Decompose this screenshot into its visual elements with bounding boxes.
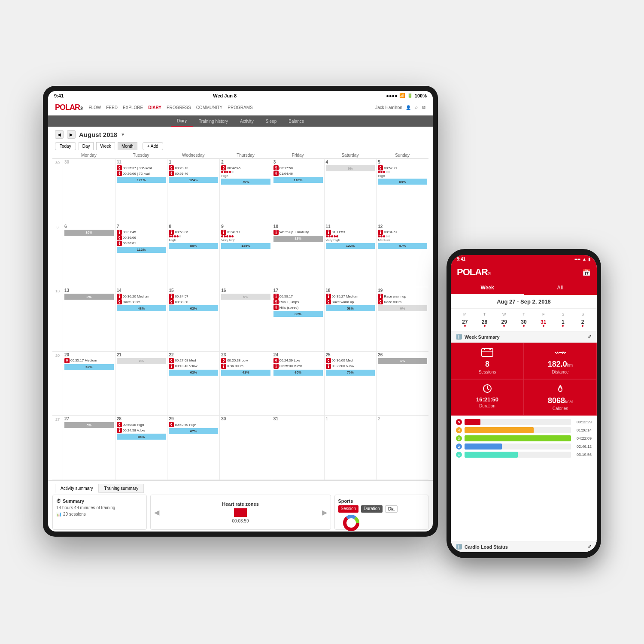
phone-tab-all[interactable]: All	[524, 281, 597, 295]
cal-day-31b[interactable]: 31	[272, 416, 324, 480]
cal-day-15[interactable]: 15 00:34:57 00:30:30 62%	[167, 287, 219, 351]
cal-day-21[interactable]: 21 0%	[115, 352, 167, 416]
calendar-week-1: 30 30 31 00:25:37 | 305 kcal	[52, 159, 428, 223]
svg-point-20	[275, 295, 276, 296]
bar-chart-icon: 📊	[56, 512, 61, 516]
day-dot	[503, 325, 505, 327]
cal-day-17[interactable]: 17 00:59:17 Run + jumps Hi	[272, 287, 324, 351]
cal-day-6[interactable]: 6 10%	[63, 223, 115, 287]
mini-day-1[interactable]: 1	[553, 317, 573, 328]
session-tab[interactable]: Session	[338, 505, 359, 513]
mini-day-2[interactable]: 2	[573, 317, 592, 328]
intensity-dots	[169, 235, 218, 237]
cal-day-11[interactable]: 11 01:11:53 Very high 122%	[324, 223, 377, 287]
cal-day-10[interactable]: 10 Warm up + mobility 13%	[272, 223, 324, 287]
distance-tab[interactable]: Dia	[385, 505, 398, 513]
nav-feed[interactable]: FEED	[106, 105, 118, 110]
cal-day-7[interactable]: 7 00:31:45 00:36:06 00:30:	[115, 223, 167, 287]
activity-summary-tab[interactable]: Activity summary	[55, 484, 99, 493]
mini-day-30[interactable]: 30	[514, 317, 534, 328]
activity-entry: 00:50:38 High	[117, 422, 166, 427]
cal-day-9[interactable]: 9 01:41:11 Very high 135%	[219, 223, 272, 287]
mini-day-31[interactable]: 31	[534, 317, 553, 328]
cal-day-26[interactable]: 26 1%	[376, 352, 428, 416]
calendar-week-2: 6 6 10% 7 00:31:45	[52, 223, 428, 288]
hr-next-button[interactable]: ▶	[322, 508, 327, 516]
prev-month-button[interactable]: ◀	[55, 130, 64, 139]
add-button[interactable]: + Add	[143, 142, 163, 150]
cal-day-25[interactable]: 25 00:30:00 Med 00:22:06 V.low 70%	[324, 352, 377, 416]
svg-point-15	[380, 230, 381, 231]
runner-icon	[169, 364, 174, 369]
cal-day-30b[interactable]: 30	[219, 416, 272, 480]
subnav-training-history[interactable]: Training history	[193, 115, 234, 127]
cal-day-aug2[interactable]: 2 00:42:45 High 70%	[219, 159, 272, 223]
cal-day-aug1[interactable]: 1 00:28:13 00:59:46 124%	[167, 159, 219, 223]
calendar-body: 30 30 31 00:25:37 | 305 kcal	[52, 159, 428, 480]
cal-day-aug3[interactable]: 3 00:17:50 01:04:46 118%	[272, 159, 324, 223]
cal-day-23[interactable]: 23 00:25:38 Low Kisa 800m 41%	[219, 352, 272, 416]
view-month-button[interactable]: Month	[118, 142, 137, 150]
phone-signal-icon: ▪▪▪▪	[574, 257, 580, 261]
mini-day-29[interactable]: 29	[494, 317, 514, 328]
expand-icon[interactable]: ⤢	[588, 334, 592, 340]
calendar-add-icon[interactable]: 📅	[582, 268, 591, 276]
cal-day-13[interactable]: 13 8%	[63, 287, 115, 351]
duration-tab[interactable]: Duration	[361, 505, 383, 513]
nav-diary[interactable]: DIARY	[148, 105, 161, 110]
cal-day-sep2[interactable]: 2	[376, 416, 428, 480]
activity-entry: Warm up + mobility	[273, 230, 323, 235]
view-week-button[interactable]: Week	[96, 142, 115, 150]
cal-day-14[interactable]: 14 00:30:20 Medium Race 800m 48%	[115, 287, 167, 351]
cal-day-31[interactable]: 31 00:25:37 | 305 kcal 00:20:06 | 72 kca…	[115, 159, 167, 223]
cal-day-16[interactable]: 16 0%	[219, 287, 272, 351]
subnav-sleep[interactable]: Sleep	[260, 115, 283, 127]
month-dropdown-icon[interactable]: ▼	[121, 132, 125, 137]
cal-day-22[interactable]: 22 00:27:08 Med 00:10:43 V.low 62%	[167, 352, 219, 416]
subnav-activity[interactable]: Activity	[234, 115, 260, 127]
cal-day-27[interactable]: 27 5%	[63, 416, 115, 480]
cal-day-sep1[interactable]: 1	[324, 416, 377, 480]
training-summary-tab[interactable]: Training summary	[99, 484, 144, 493]
nav-programs[interactable]: PROGRAMS	[228, 105, 252, 110]
mini-day-28[interactable]: 28	[475, 317, 495, 328]
cardio-expand-icon[interactable]: ⤢	[588, 544, 592, 550]
battery-percent: 100%	[415, 93, 427, 98]
activity-entry: 00:30:00 Med	[326, 358, 375, 363]
day-dot	[484, 325, 486, 327]
cal-day-30[interactable]: 30	[63, 159, 115, 223]
phone-tab-week[interactable]: Week	[451, 281, 524, 295]
nav-explore[interactable]: EXPLORE	[123, 105, 143, 110]
nav-flow[interactable]: FLOW	[88, 105, 101, 110]
nav-community[interactable]: COMMUNITY	[196, 105, 223, 110]
cal-day-aug5[interactable]: 5 00:52:27 High 84%	[376, 159, 428, 223]
cal-day-19[interactable]: 19 Race warm up Race 800m 0%	[376, 287, 428, 351]
phone-date-header: Aug 27 - Sep 2, 2018	[451, 295, 597, 309]
sports-donut	[338, 514, 364, 532]
nav-progress[interactable]: PROGRESS	[167, 105, 191, 110]
sports-title: Sports	[338, 498, 425, 504]
activity-entry: 00:25:37 | 305 kcal	[117, 165, 166, 170]
hr-prev-button[interactable]: ◀	[154, 508, 159, 516]
cal-day-29[interactable]: 29 00:40:50 High 67%	[167, 416, 219, 480]
calories-label: Calories	[530, 406, 590, 411]
cal-day-12[interactable]: 12 00:34:57 Medium 57%	[376, 223, 428, 287]
subnav-balance[interactable]: Balance	[283, 115, 310, 127]
view-day-button[interactable]: Day	[79, 142, 94, 150]
cal-day-20[interactable]: 20 00:35:17 Medium 53%	[63, 352, 115, 416]
subnav-diary[interactable]: Diary	[171, 115, 193, 127]
cal-day-18[interactable]: 18 00:35:27 Medium Race warm up 56%	[324, 287, 377, 351]
cal-day-24[interactable]: 24 00:24:39 Low 00:25:00 V.low 60%	[272, 352, 324, 416]
svg-point-27	[67, 358, 68, 360]
next-month-button[interactable]: ▶	[67, 130, 76, 139]
cal-day-aug4[interactable]: 4 0%	[324, 159, 377, 223]
runner-icon	[169, 165, 174, 170]
polar-logo: POLAR®	[55, 103, 82, 112]
cal-day-8[interactable]: 8 00:50:06 High 85%	[167, 223, 219, 287]
mini-day-27[interactable]: 27	[455, 317, 475, 328]
cal-day-28[interactable]: 28 00:50:38 High 00:24:58 V.low 85%	[115, 416, 167, 480]
today-button[interactable]: Today	[55, 142, 76, 150]
day-dot	[464, 325, 466, 327]
activity-entry: 00:35:27 Medium	[326, 294, 375, 299]
cardio-load-header: ℹ️ Cardio Load Status ⤢	[451, 541, 597, 552]
